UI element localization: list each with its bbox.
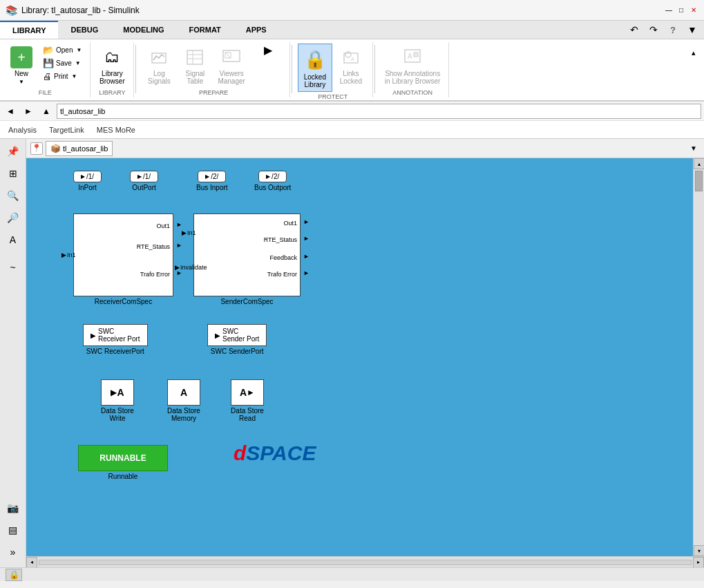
new-button[interactable]: + New ▼ [4, 44, 39, 88]
open-button[interactable]: 📂 Open ▼ [40, 44, 86, 57]
zoom-out-button[interactable]: 🔎 [3, 208, 23, 227]
camera-button[interactable]: 📷 [3, 498, 23, 518]
ribbon-group-annotation: A Show Annotationsin Library Browser ANN… [377, 42, 450, 97]
outport-body[interactable]: ▶ /1/ [130, 171, 158, 182]
outport-arrow1: ▶ [137, 173, 142, 180]
targetlink-tab[interactable]: TargetLink [46, 124, 87, 135]
tab-format[interactable]: FORMAT [177, 21, 234, 39]
print-icon: 🖨 [43, 71, 52, 82]
block-bus-outport: ▶ /2/ Bus Outport [254, 171, 291, 191]
ribbon-menu-button[interactable]: ▼ [683, 21, 701, 39]
save-button[interactable]: 💾 Save ▼ [40, 57, 86, 70]
data-store-read-body: A ► [231, 379, 264, 406]
signal-button[interactable]: ~ [3, 258, 23, 277]
signal-table-button[interactable]: SignalTable [178, 44, 212, 88]
ribbon-group-prepare: LogSignals SignalTable ViewersManager ▶ … [137, 42, 289, 97]
locked-library-button[interactable]: 🔒 LockedLibrary [298, 44, 332, 92]
analysis-tab[interactable]: Analysis [6, 124, 39, 135]
block-swc-sender[interactable]: ▶ SWCSender Port SWC SenderPort [207, 324, 267, 355]
block-swc-receiver[interactable]: ▶ SWCReceiver Port SWC ReceiverPort [83, 324, 148, 355]
swc-receiver-label: SWC ReceiverPort [86, 348, 144, 355]
right-scrollbar: ▴ ▾ [693, 158, 704, 556]
tab-apps[interactable]: APPS [234, 21, 279, 39]
viewers-manager-button[interactable]: ViewersManager [213, 44, 249, 88]
block-data-store-write[interactable]: ▶ A Data StoreWrite [101, 379, 134, 422]
receiver-com-spec-label: ReceiverComSpec [73, 298, 173, 305]
restore-button[interactable]: □ [676, 6, 686, 15]
block-sender-com-spec[interactable]: ▶ In1 ▶ Invalidate Out1 RTE_Status Feedb… [193, 214, 301, 305]
log-signals-button[interactable]: LogSignals [142, 44, 176, 88]
bus-outport-value: /2/ [272, 173, 279, 180]
collapse-ribbon-button[interactable]: ▴ [685, 44, 703, 61]
canvas-dropdown-button[interactable]: ▼ [687, 142, 700, 155]
tab-library[interactable]: LIBRARY [0, 21, 58, 39]
layers-button[interactable]: ▤ [3, 520, 23, 540]
scroll-left-button[interactable]: ◂ [26, 557, 37, 568]
bus-outport-body[interactable]: ▶ /2/ [258, 171, 287, 182]
print-button[interactable]: 🖨 Print ▼ [40, 70, 86, 83]
block-data-store-read[interactable]: A ► Data StoreRead [231, 379, 264, 422]
minimize-button[interactable]: — [664, 6, 674, 15]
data-store-memory-label: Data StoreMemory [167, 407, 200, 422]
address-toolbar: ◄ ► ▲ [0, 102, 704, 121]
ribbon-tabs: LIBRARY DEBUG MODELING FORMAT APPS ↶ ↷ ?… [0, 21, 704, 39]
canvas-area[interactable]: ▶ /1/ InPort ▶ /1/ OutPort ▶ [26, 158, 693, 556]
block-inport: ▶ /1/ InPort [73, 171, 102, 191]
scroll-up-button[interactable]: ▴ [694, 158, 704, 169]
expand-prepare-button[interactable]: ▶ [251, 44, 285, 57]
swc-receiver-body: ▶ SWCReceiver Port [83, 324, 148, 346]
zoom-in-button[interactable]: 🔍 [3, 186, 23, 205]
ribbon-group-library: 🗂 LibraryBrowser LIBRARY [91, 42, 134, 97]
tab-modeling[interactable]: MODELING [111, 21, 176, 39]
bus-outport-label: Bus Outport [254, 184, 291, 191]
sender-out1-label: Out1 [283, 220, 297, 227]
ribbon-group-file: + New ▼ 📂 Open ▼ 💾 Save ▼ 🖨 Print [0, 42, 91, 97]
data-store-memory-body: A [167, 379, 200, 406]
bus-inport-body[interactable]: ▶ /2/ [198, 171, 226, 182]
signal-table-icon [184, 46, 206, 68]
zoom-fit-button[interactable]: ⊞ [3, 164, 23, 183]
redo-button[interactable]: ↷ [645, 21, 663, 39]
inport-arrow: ▶ [81, 173, 85, 180]
address-input[interactable] [57, 104, 701, 119]
up-button[interactable]: ▲ [39, 104, 54, 119]
expand-button[interactable]: » [3, 542, 23, 562]
forward-button[interactable]: ► [21, 104, 36, 119]
tab-debug[interactable]: DEBUG [58, 21, 111, 39]
block-bus-inport: ▶ /2/ Bus Inport [196, 171, 228, 191]
scroll-thumb[interactable] [695, 171, 703, 191]
canvas-pin-button[interactable]: 📍 [30, 142, 43, 155]
receiver-rte-arrow: ► [176, 242, 182, 249]
outport-label: OutPort [132, 184, 155, 191]
block-runnable[interactable]: RUNNABLE Runnable [78, 445, 168, 480]
pin-button[interactable]: 📌 [3, 142, 23, 161]
bus-inport-value: /2/ [211, 173, 218, 180]
scroll-down-button[interactable]: ▾ [694, 545, 704, 556]
help-button[interactable]: ? [664, 21, 682, 39]
svg-rect-13 [414, 53, 418, 57]
library-browser-icon: 🗂 [99, 46, 124, 68]
text-button[interactable]: A [3, 230, 23, 249]
block-receiver-com-spec[interactable]: ▶ In1 Out1 RTE_Status Trafo Error ► ► ► … [73, 214, 173, 305]
mes-more-tab[interactable]: MES MoRe [94, 124, 138, 135]
sender-in1-port: ▶ In1 [182, 229, 196, 236]
close-button[interactable]: ✕ [689, 6, 698, 15]
undo-button[interactable]: ↶ [625, 21, 643, 39]
horizontal-scroll-thumb[interactable] [39, 560, 692, 565]
inport-body[interactable]: ▶ /1/ [73, 171, 102, 182]
block-data-store-memory[interactable]: A Data StoreMemory [167, 379, 200, 422]
file-buttons-stack: 📂 Open ▼ 💾 Save ▼ 🖨 Print ▼ [40, 44, 86, 83]
locked-library-icon: 🔒 [303, 47, 327, 72]
canvas-tab[interactable]: 📦 tl_autosar_lib [46, 141, 113, 156]
status-lock-button[interactable]: 🔒 [6, 569, 22, 581]
scroll-right-button[interactable]: ▸ [693, 557, 704, 568]
links-locked-button[interactable]: A LinksLocked [334, 44, 368, 88]
window-title: Library: tl_autosar_lib - Simulink [21, 6, 140, 15]
sender-com-spec-label: SenderComSpec [193, 298, 301, 305]
library-browser-button[interactable]: 🗂 LibraryBrowser [95, 44, 129, 88]
show-annotations-button[interactable]: A Show Annotationsin Library Browser [381, 44, 445, 88]
runnable-body: RUNNABLE [78, 445, 168, 471]
folder-icon: 📂 [43, 45, 54, 55]
back-button[interactable]: ◄ [3, 104, 18, 119]
data-store-read-label: Data StoreRead [231, 407, 264, 422]
